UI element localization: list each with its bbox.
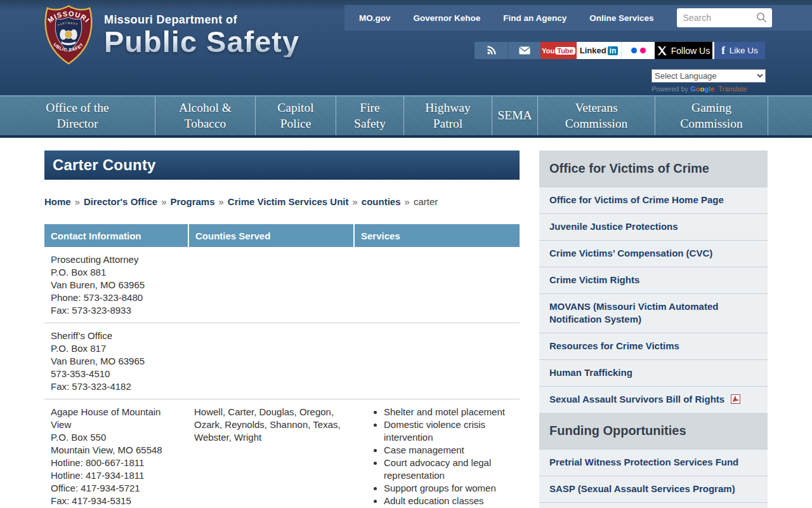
nav-item-capitol-police[interactable]: Capitol Police	[256, 97, 336, 135]
site-brand: Missouri Department of Public Safety	[104, 13, 299, 57]
breadcrumb-home[interactable]: Home	[44, 196, 71, 207]
sidebar-section-title-funding: Funding Opportunities	[539, 413, 768, 449]
translate-attribution: Powered by Google Translate	[652, 85, 766, 93]
google-logo: Google	[690, 85, 716, 93]
nav-item-sema[interactable]: SEMA	[492, 97, 538, 135]
content-column: Carter County Home»Director's Office»Pro…	[44, 138, 520, 508]
breadcrumb-counties[interactable]: counties	[362, 196, 401, 207]
counties-cell: Howell, Carter, Douglas, Oregon, Ozark, …	[188, 406, 353, 508]
email-button[interactable]	[508, 42, 540, 59]
flickr-icon	[631, 48, 637, 53]
dps-badge-logo: MISSOURI DEPARTMENT OF PUBLIC SAFETY	[42, 4, 95, 68]
search-icon[interactable]	[756, 12, 767, 23]
contact-cell: Sheriff’s Office P.O. Box 817 Van Buren,…	[44, 330, 188, 393]
col-header-services: Services	[353, 224, 520, 247]
contact-cell: Agape House of Mountain View P.O. Box 55…	[44, 406, 188, 508]
nav-item-veterans-commission[interactable]: Veterans Commission	[538, 97, 655, 135]
rss-icon	[487, 46, 496, 55]
x-icon	[657, 46, 667, 55]
services-cell: Shelter and motel placement Domestic vio…	[353, 406, 520, 508]
breadcrumb: Home»Director's Office»Programs»Crime Vi…	[44, 196, 520, 207]
facebook-like-button[interactable]: f Like Us	[714, 42, 765, 59]
counties-cell	[188, 330, 353, 393]
breadcrumb-programs[interactable]: Programs	[170, 196, 214, 207]
sidebar-link-cvc[interactable]: Crime Victims’ Compensation (CVC)	[539, 240, 768, 267]
sidebar-link-sasp[interactable]: SASP (Sexual Assault Services Program)	[539, 476, 768, 502]
contacts-table: Contact Information Counties Served Serv…	[44, 224, 520, 508]
services-cell	[353, 253, 520, 317]
sidebar-link-movans[interactable]: MOVANS (Missouri Victim Automated Notifi…	[539, 293, 768, 333]
services-list: Shelter and motel placement Domestic vio…	[360, 406, 513, 508]
youtube-icon: You	[542, 47, 554, 55]
breadcrumb-current: carter	[414, 196, 438, 207]
nav-item-office-of-the-director[interactable]: Office of the Director	[0, 97, 155, 135]
nav-item-gaming-commission[interactable]: Gaming Commission	[655, 97, 768, 135]
utility-link-online-services[interactable]: Online Services	[589, 13, 653, 23]
col-header-contact: Contact Information	[44, 224, 188, 247]
google-translate-widget: Select Language Powered by Google Transl…	[652, 69, 766, 93]
sidebar-link-juvenile-justice[interactable]: Juvenile Justice Protections	[539, 213, 768, 240]
utility-link-mogov[interactable]: MO.gov	[359, 13, 391, 23]
contact-cell: Prosecuting Attorney P.O. Box 881 Van Bu…	[44, 253, 188, 317]
facebook-icon: f	[721, 44, 725, 57]
sidebar-link-pretrial-witness-fund[interactable]: Pretrial Witness Protection Services Fun…	[539, 449, 768, 476]
nav-filler	[768, 97, 812, 135]
site-header: MISSOURI DEPARTMENT OF PUBLIC SAFETY Mis…	[0, 0, 812, 95]
nav-item-alcohol-tobacco[interactable]: Alcohol & Tobacco	[155, 97, 256, 135]
counties-cell	[188, 253, 353, 317]
table-row: Sheriff’s Office P.O. Box 817 Van Buren,…	[44, 323, 520, 399]
utility-nav: MO.gov Governor Kehoe Find an Agency Onl…	[344, 5, 812, 30]
language-select[interactable]: Select Language	[652, 69, 766, 83]
search-box	[677, 8, 772, 27]
sidebar-partial-row	[539, 502, 768, 508]
page-title-banner: Carter County	[44, 150, 520, 180]
sidebar-link-sexual-assault-bill-of-rights[interactable]: Sexual Assault Survivors Bill of Rights	[539, 386, 768, 413]
x-follow-button[interactable]: Follow Us	[655, 42, 712, 59]
main-nav: Office of the Director Alcohol & Tobacco…	[0, 95, 812, 135]
envelope-icon	[519, 46, 530, 55]
page-title: Carter County	[53, 156, 156, 174]
linkedin-button[interactable]: Linkedin	[577, 42, 621, 59]
sidebar-link-ovc-home[interactable]: Office for Victims of Crime Home Page	[539, 187, 768, 213]
table-header-row: Contact Information Counties Served Serv…	[44, 224, 520, 247]
table-row: Prosecuting Attorney P.O. Box 881 Van Bu…	[44, 247, 520, 323]
sidebar-link-crime-victim-rights[interactable]: Crime Victim Rights	[539, 267, 768, 293]
nav-item-highway-patrol[interactable]: Highway Patrol	[404, 97, 492, 135]
social-bar: YouTube Linkedin Follow Us f Like Us	[475, 42, 765, 59]
sidebar: Office for Victims of Crime Office for V…	[539, 150, 768, 508]
main-content: Carter County Home»Director's Office»Pro…	[0, 138, 812, 508]
sidebar-link-resources[interactable]: Resources for Crime Victims	[539, 333, 768, 359]
sidebar-section-title-victims-of-crime: Office for Victims of Crime	[539, 150, 768, 187]
translate-label: Translate	[718, 85, 747, 93]
youtube-button[interactable]: YouTube	[540, 42, 577, 59]
flickr-button[interactable]	[621, 42, 655, 59]
linkedin-icon: Linked	[580, 46, 606, 55]
rss-button[interactable]	[475, 42, 508, 59]
table-row: Agape House of Mountain View P.O. Box 55…	[44, 399, 520, 508]
pdf-icon	[731, 394, 740, 404]
sidebar-link-human-trafficking[interactable]: Human Trafficking	[539, 359, 768, 386]
x-follow-label: Follow Us	[671, 46, 710, 56]
utility-link-governor[interactable]: Governor Kehoe	[414, 13, 481, 23]
breadcrumb-crime-victim-services[interactable]: Crime Victim Services Unit	[228, 196, 349, 207]
brand-title: Public Safety	[104, 27, 299, 57]
services-cell	[353, 330, 520, 393]
nav-item-fire-safety[interactable]: Fire Safety	[336, 97, 404, 135]
col-header-counties: Counties Served	[188, 224, 353, 247]
facebook-like-label: Like Us	[730, 46, 758, 55]
breadcrumb-directors-office[interactable]: Director's Office	[84, 196, 157, 207]
utility-link-find-agency[interactable]: Find an Agency	[503, 13, 566, 23]
